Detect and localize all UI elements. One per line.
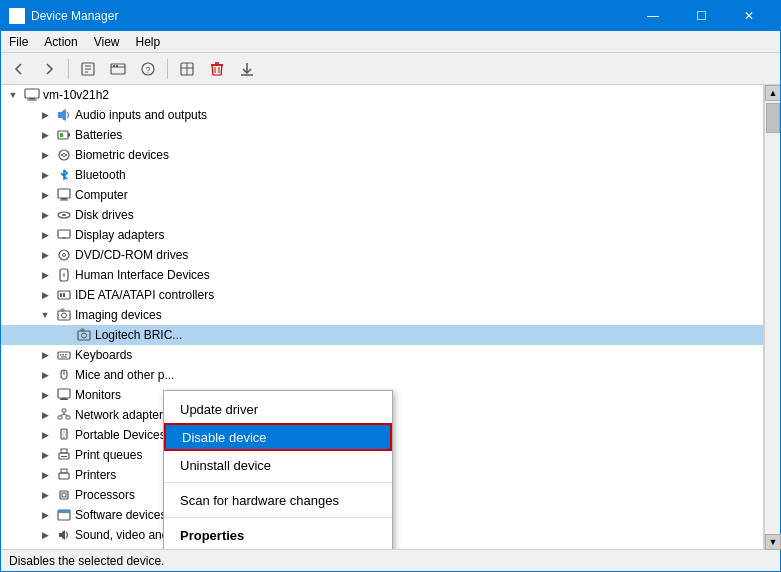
expand-printers[interactable]: ▶ [37,467,53,483]
svg-rect-46 [78,331,90,340]
expand-monitors[interactable]: ▶ [37,387,53,403]
svg-rect-22 [29,98,35,100]
expand-dvd[interactable]: ▶ [37,247,53,263]
tree-item-hid[interactable]: ▶ Human Interface Devices [1,265,763,285]
svg-point-37 [63,254,66,257]
expand-computer[interactable]: ▶ [37,187,53,203]
tree-item-diskdrives[interactable]: ▶ Disk drives [1,205,763,225]
display-label: Display adapters [75,228,164,242]
svg-rect-53 [61,357,67,358]
svg-rect-70 [61,456,67,457]
toolbar-remove-button[interactable] [203,56,231,82]
expand-imaging[interactable]: ▼ [37,307,53,323]
svg-rect-71 [59,473,69,479]
expand-diskdrives[interactable]: ▶ [37,207,53,223]
svg-point-33 [62,214,66,216]
ctx-properties[interactable]: Properties [164,521,392,549]
expand-hid[interactable]: ▶ [37,267,53,283]
maximize-button[interactable]: ☐ [678,1,724,31]
storage-label: Storage controllers [75,548,176,549]
svg-rect-23 [27,100,37,101]
toolbar-download-button[interactable] [233,56,261,82]
close-button[interactable]: ✕ [726,1,772,31]
svg-rect-26 [68,134,70,137]
logitech-icon [76,327,92,343]
toolbar-forward-button[interactable] [35,56,63,82]
svg-rect-56 [58,389,70,398]
tree-item-audio[interactable]: ▶ Audio inputs and outputs [1,105,763,125]
bluetooth-icon [56,167,72,183]
svg-rect-9 [113,65,115,67]
toolbar-scan-button[interactable] [173,56,201,82]
svg-rect-21 [25,89,39,98]
svg-rect-72 [61,469,67,473]
svg-rect-60 [58,416,62,419]
svg-rect-41 [60,293,62,297]
tree-item-dvd[interactable]: ▶ DVD/CD-ROM drives [1,245,763,265]
tree-item-logitech[interactable]: ▶ Logitech BRIC... [1,325,763,345]
expand-biometric[interactable]: ▶ [37,147,53,163]
tree-item-ide[interactable]: ▶ IDE ATA/ATAPI controllers [1,285,763,305]
software-icon [56,507,72,523]
title-bar: Device Manager — ☐ ✕ [1,1,780,31]
expand-sound[interactable]: ▶ [37,527,53,543]
tree-item-display[interactable]: ▶ Display adapters [1,225,763,245]
expand-batteries[interactable]: ▶ [37,127,53,143]
toolbar: ? [1,53,780,85]
expand-display[interactable]: ▶ [37,227,53,243]
keyboard-icon [56,347,72,363]
mice-icon [56,367,72,383]
app-icon [9,8,25,24]
toolbar-update-button[interactable] [104,56,132,82]
scroll-thumb[interactable] [766,103,780,133]
imaging-label: Imaging devices [75,308,162,322]
ctx-update-driver[interactable]: Update driver [164,395,392,423]
svg-rect-58 [60,399,68,400]
computer-label: Computer [75,188,128,202]
tree-item-imaging[interactable]: ▼ Imaging devices [1,305,763,325]
menu-file[interactable]: File [1,33,36,51]
menu-action[interactable]: Action [36,33,85,51]
toolbar-separator-1 [68,59,69,79]
device-tree[interactable]: ▼ vm-10v21h2 ▶ Audio inputs and outputs [1,85,764,549]
expand-software[interactable]: ▶ [37,507,53,523]
toolbar-help-button[interactable]: ? [134,56,162,82]
scroll-down-button[interactable]: ▼ [765,534,780,549]
expand-print[interactable]: ▶ [37,447,53,463]
tree-root[interactable]: ▼ vm-10v21h2 [1,85,763,105]
tree-item-mice[interactable]: ▶ Mice and other p... [1,365,763,385]
svg-rect-74 [62,493,66,497]
expand-bluetooth[interactable]: ▶ [37,167,53,183]
tree-item-keyboards[interactable]: ▶ Keyboards [1,345,763,365]
minimize-button[interactable]: — [630,1,676,31]
tree-item-bluetooth[interactable]: ▶ Bluetooth [1,165,763,185]
expand-portable[interactable]: ▶ [37,427,53,443]
expand-audio[interactable]: ▶ [37,107,53,123]
ctx-disable-device[interactable]: Disable device [164,423,392,451]
svg-rect-2 [13,22,21,23]
ctx-scan-hardware[interactable]: Scan for hardware changes [164,486,392,514]
toolbar-separator-2 [167,59,168,79]
expand-processors[interactable]: ▶ [37,487,53,503]
tree-item-batteries[interactable]: ▶ Batteries [1,125,763,145]
svg-point-44 [62,313,67,318]
printers-icon [56,467,72,483]
expand-mice[interactable]: ▶ [37,367,53,383]
svg-text:?: ? [145,65,150,75]
tree-item-computer[interactable]: ▶ Computer [1,185,763,205]
expand-root[interactable]: ▼ [5,87,21,103]
tree-item-biometric[interactable]: ▶ Biometric devices [1,145,763,165]
menu-help[interactable]: Help [128,33,169,51]
expand-network[interactable]: ▶ [37,407,53,423]
scroll-up-button[interactable]: ▲ [765,85,780,101]
svg-rect-0 [11,11,23,20]
expand-ide[interactable]: ▶ [37,287,53,303]
expand-storage[interactable]: ▶ [37,547,53,549]
menu-view[interactable]: View [86,33,128,51]
svg-point-67 [63,437,65,439]
toolbar-properties-button[interactable] [74,56,102,82]
toolbar-back-button[interactable] [5,56,33,82]
scrollbar[interactable]: ▲ ▼ [764,85,780,549]
expand-keyboards[interactable]: ▶ [37,347,53,363]
ctx-uninstall-device[interactable]: Uninstall device [164,451,392,479]
